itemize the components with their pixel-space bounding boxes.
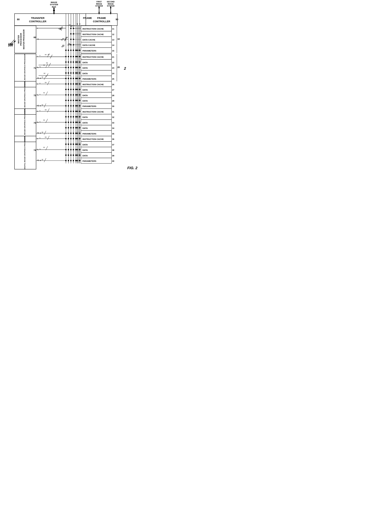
svg-text:DATA: DATA (82, 122, 88, 124)
svg-text:50: 50 (69, 43, 71, 46)
svg-point-274 (70, 105, 72, 107)
svg-line-431 (46, 146, 48, 150)
svg-rect-97 (81, 98, 112, 103)
svg-text:I: I (40, 110, 40, 112)
svg-point-203 (79, 56, 80, 57)
svg-text:PROCESSOR: PROCESSOR (20, 33, 22, 46)
svg-text:64: 64 (70, 25, 72, 27)
svg-point-210 (77, 61, 78, 63)
svg-text:14: 14 (112, 44, 114, 46)
svg-text:29: 29 (112, 100, 114, 102)
svg-point-343 (68, 149, 69, 150)
svg-text:INSTRUCTION  CACHE: INSTRUCTION CACHE (82, 33, 104, 36)
diagram-svg: IMAGE SYSTEM BUS FIRST IMAGE SYSTEM SECO… (0, 0, 152, 202)
svg-text:PARAMETERS: PARAMETERS (82, 50, 96, 52)
svg-point-329 (73, 138, 74, 139)
svg-text:MASTER: MASTER (17, 35, 20, 43)
svg-text:DATA: DATA (82, 127, 88, 129)
svg-text:L: L (40, 121, 41, 123)
svg-text:CONTROLLER: CONTROLLER (29, 20, 47, 23)
svg-text:31: 31 (112, 111, 114, 113)
svg-text:I: I (37, 138, 38, 140)
svg-point-346 (75, 149, 77, 150)
svg-text:32: 32 (43, 64, 45, 66)
svg-text:INSTRUCTION CACHE: INSTRUCTION CACHE (82, 83, 104, 86)
svg-point-254 (79, 89, 80, 90)
svg-text:64: 64 (45, 82, 47, 83)
svg-point-294 (73, 116, 74, 118)
svg-text:32: 32 (59, 28, 61, 30)
svg-text:G: G (37, 132, 39, 134)
svg-point-181 (77, 50, 78, 51)
svg-point-258 (70, 94, 72, 96)
svg-point-216 (73, 67, 74, 68)
svg-text:L: L (40, 148, 41, 150)
svg-rect-130 (81, 147, 112, 152)
svg-text:32: 32 (43, 119, 45, 121)
svg-rect-121 (81, 136, 112, 141)
svg-point-232 (73, 78, 74, 79)
svg-point-285 (70, 111, 72, 112)
svg-text:64: 64 (48, 54, 50, 56)
svg-text:71: 71 (33, 67, 36, 69)
svg-rect-24 (14, 14, 86, 26)
svg-point-246 (79, 83, 80, 85)
svg-point-320 (77, 132, 78, 134)
svg-marker-391 (98, 6, 100, 8)
svg-rect-65 (14, 54, 36, 87)
svg-point-170 (73, 39, 74, 40)
svg-text:DATA: DATA (82, 116, 88, 118)
svg-text:PARAMETERS: PARAMETERS (82, 160, 96, 162)
svg-text:G: G (37, 77, 39, 79)
svg-point-359 (68, 160, 69, 161)
svg-point-177 (70, 50, 72, 51)
svg-point-364 (79, 160, 80, 161)
svg-text:50: 50 (68, 43, 70, 45)
svg-point-296 (77, 116, 78, 118)
svg-point-224 (73, 72, 74, 74)
svg-point-201 (75, 56, 77, 57)
svg-point-198 (68, 56, 69, 57)
svg-point-273 (68, 105, 69, 107)
svg-marker-395 (110, 13, 112, 15)
svg-point-358 (65, 160, 67, 161)
svg-text:90: 90 (116, 18, 118, 21)
svg-text:IMAGE: IMAGE (51, 1, 57, 4)
svg-text:INSTRUCTION  CACHE: INSTRUCTION CACHE (82, 56, 104, 58)
svg-marker-394 (110, 6, 112, 8)
svg-point-287 (75, 111, 77, 112)
svg-point-233 (75, 78, 77, 79)
svg-line-420 (47, 108, 49, 112)
svg-text:CONTROLLER: CONTROLLER (93, 20, 110, 23)
svg-text:I: I (37, 56, 38, 57)
svg-point-283 (65, 111, 67, 112)
svg-point-179 (75, 50, 77, 51)
svg-line-196 (46, 74, 48, 77)
svg-point-337 (73, 144, 74, 145)
svg-line-415 (44, 104, 46, 108)
svg-rect-77 (81, 70, 112, 76)
svg-line-404 (46, 64, 48, 68)
svg-point-221 (65, 72, 67, 74)
svg-point-226 (77, 72, 78, 74)
svg-point-163 (70, 28, 72, 29)
svg-point-225 (75, 72, 77, 74)
svg-point-206 (68, 61, 69, 63)
svg-line-150 (61, 27, 63, 31)
svg-rect-115 (81, 125, 112, 131)
svg-line-433 (44, 158, 46, 162)
svg-text:32: 32 (43, 72, 45, 74)
svg-text:DIGITAL IMAGE/ GRAPHICS PROCES: DIGITAL IMAGE/ GRAPHICS PROCESSOR (24, 136, 26, 169)
svg-point-347 (77, 149, 78, 150)
svg-text:PARAMETERS: PARAMETERS (82, 132, 96, 135)
svg-text:S: S (71, 25, 73, 27)
svg-text:I: I (37, 110, 38, 112)
svg-text:20: 20 (117, 66, 120, 68)
svg-text:DATA CACHE: DATA CACHE (82, 39, 95, 41)
svg-point-234 (77, 78, 78, 79)
svg-text:35: 35 (112, 132, 114, 135)
svg-text:32: 32 (42, 104, 43, 106)
svg-point-315 (65, 132, 67, 134)
svg-point-340 (79, 144, 80, 145)
svg-text:DATA: DATA (82, 94, 88, 97)
